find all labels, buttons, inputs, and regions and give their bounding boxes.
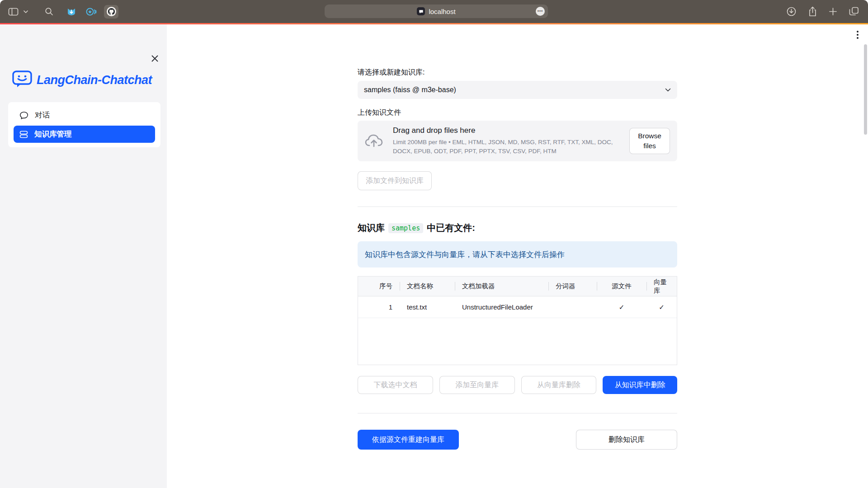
url-text: localhost — [429, 8, 455, 15]
table-header-row: 序号 文档名称 文档加载器 分词器 源文件 向量库 — [358, 277, 677, 296]
col-header-vector[interactable]: 向量库 — [646, 277, 677, 296]
sidebar-item-dialogue[interactable]: 对话 — [14, 107, 155, 124]
page-options-icon[interactable]: ⋯ — [536, 7, 545, 16]
rebuild-vectorstore-button[interactable]: 依据源文件重建向量库 — [358, 430, 459, 450]
chat-bubble-icon — [19, 111, 28, 120]
divider — [358, 206, 677, 207]
site-favicon — [417, 7, 425, 15]
browse-files-button[interactable]: Browse files — [629, 128, 670, 155]
sidebar: LangChain-Chatchat 对话 知识库管理 — [0, 24, 167, 488]
search-icon[interactable] — [45, 7, 53, 16]
database-icon — [19, 130, 28, 139]
sidebar-nav: 对话 知识库管理 — [8, 102, 160, 147]
app-title: LangChain-Chatchat — [37, 73, 152, 87]
add-files-to-kb-button[interactable]: 添加文件到知识库 — [358, 171, 432, 190]
cloud-upload-icon — [365, 134, 383, 148]
upload-label: 上传知识文件 — [358, 108, 677, 117]
tab-overview-icon[interactable] — [849, 7, 859, 16]
cell-name: test.txt — [400, 303, 455, 311]
cell-source-check: ✓ — [597, 303, 646, 311]
scrollbar-thumb[interactable] — [864, 44, 867, 135]
table-row[interactable]: 1 test.txt UnstructuredFileLoader ✓ ✓ — [358, 296, 677, 318]
extension-circles-icon[interactable] — [86, 7, 97, 16]
extension-cat-icon[interactable] — [67, 7, 76, 16]
add-to-vectorstore-button[interactable]: 添加至向量库 — [439, 376, 515, 394]
kb-name-code: samples — [388, 223, 423, 233]
info-banner: 知识库中包含源文件与向量库，请从下表中选择文件后操作 — [358, 241, 677, 267]
kb-footer-actions: 依据源文件重建向量库 删除知识库 — [358, 430, 677, 450]
delete-kb-button[interactable]: 删除知识库 — [576, 430, 677, 450]
files-heading: 知识库 samples 中已有文件: — [358, 222, 677, 234]
extension-github-icon[interactable] — [104, 5, 118, 19]
download-selected-button[interactable]: 下载选中文档 — [358, 376, 433, 394]
address-bar[interactable]: localhost ⋯ — [325, 5, 548, 18]
sidebar-toggle-icon[interactable] — [8, 8, 19, 16]
downloads-icon[interactable] — [787, 7, 796, 16]
heading-prefix: 知识库 — [358, 222, 385, 234]
divider — [358, 413, 677, 413]
file-dropzone[interactable]: Drag and drop files here Limit 200MB per… — [358, 121, 677, 161]
remove-from-vectorstore-button[interactable]: 从向量库删除 — [521, 376, 597, 394]
sidebar-item-kb-management[interactable]: 知识库管理 — [14, 126, 155, 143]
col-header-splitter[interactable]: 分词器 — [548, 277, 597, 296]
github-logo — [107, 7, 116, 16]
kb-selected-value: samples (faiss @ m3e-base) — [364, 86, 456, 94]
dropzone-limit: Limit 200MB per file • EML, HTML, JSON, … — [393, 138, 628, 155]
col-header-source[interactable]: 源文件 — [597, 277, 646, 296]
kb-select-label: 请选择或新建知识库: — [358, 68, 677, 77]
cell-vector-check: ✓ — [646, 303, 677, 311]
sidebar-item-label: 对话 — [35, 110, 50, 120]
delete-from-kb-button[interactable]: 从知识库中删除 — [603, 376, 677, 394]
kb-selectbox[interactable]: samples (faiss @ m3e-base) — [358, 81, 677, 99]
col-header-name[interactable]: 文档名称 — [400, 277, 455, 296]
dropzone-title: Drag and drop files here — [393, 126, 629, 135]
col-header-index[interactable]: 序号 — [358, 277, 400, 296]
info-text: 知识库中包含源文件与向量库，请从下表中选择文件后操作 — [365, 249, 565, 260]
sidebar-close-icon[interactable] — [150, 53, 160, 63]
chevron-down-icon — [665, 88, 671, 92]
table-actions: 下载选中文档 添加至向量库 从向量库删除 从知识库中删除 — [358, 376, 677, 394]
files-table[interactable]: 序号 文档名称 文档加载器 分词器 源文件 向量库 1 test.txt Uns… — [358, 276, 677, 365]
heading-suffix: 中已有文件: — [427, 222, 475, 234]
chatchat-logo-icon — [12, 70, 33, 90]
browser-toolbar: localhost ⋯ — [0, 0, 868, 23]
app-logo: LangChain-Chatchat — [0, 24, 167, 90]
cell-index: 1 — [358, 303, 400, 311]
main-area: 请选择或新建知识库: samples (faiss @ m3e-base) 上传… — [167, 24, 868, 488]
new-tab-icon[interactable] — [829, 8, 837, 15]
sidebar-item-label: 知识库管理 — [34, 129, 72, 139]
col-header-loader[interactable]: 文档加载器 — [455, 277, 548, 296]
chevron-down-icon[interactable] — [23, 10, 28, 14]
app-menu-icon[interactable] — [855, 29, 860, 41]
share-icon[interactable] — [808, 6, 817, 17]
cell-loader: UnstructuredFileLoader — [455, 303, 548, 311]
